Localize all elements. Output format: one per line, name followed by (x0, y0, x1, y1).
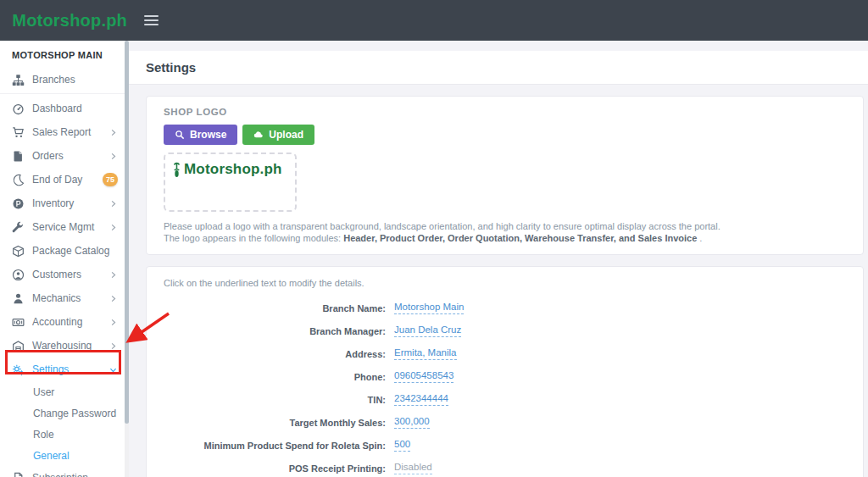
page-title-bar: Settings (129, 51, 868, 85)
editable-value-pos-receipt-printing[interactable]: Disabled (394, 462, 432, 474)
detail-row-minimum-product-spend-for-roleta-spin: Minimum Product Spend for Roleta Spin:50… (164, 434, 846, 457)
detail-row-branch-name: Branch Name:Motorshop Main (164, 297, 846, 319)
product-icon (12, 197, 25, 210)
field-label: TIN: (164, 395, 386, 405)
detail-row-pos-receipt-printing: POS Receipt Printing:Disabled (164, 457, 846, 477)
detail-row-target-monthly-sales: Target Monthly Sales:300,000 (164, 411, 846, 434)
upload-button-label: Upload (269, 129, 303, 141)
editable-value-branch-manager[interactable]: Juan Dela Cruz (394, 324, 461, 337)
sidebar-item-label: Orders (32, 150, 108, 162)
sidebar-item-label: Dashboard (32, 103, 118, 114)
sidebar-item-label: Mechanics (32, 292, 108, 304)
logo-upload-note: Please upload a logo with a transparent … (164, 220, 846, 244)
sidebar-item-user[interactable]: User (0, 381, 126, 402)
chevron-right-icon (108, 128, 118, 137)
file-icon (12, 472, 25, 477)
browse-button-label: Browse (190, 129, 226, 141)
chevron-right-icon (108, 318, 118, 327)
sidebar-item-change-password[interactable]: Change Password (0, 402, 126, 424)
detail-row-tin: TIN:2342344444 (164, 388, 846, 411)
moon-icon (12, 174, 25, 186)
scrollbar-thumb[interactable] (125, 41, 129, 424)
chevron-right-icon (108, 199, 118, 208)
sidebar-divider (0, 93, 126, 94)
edit-hint-text: Click on the underlined text to modify t… (164, 278, 846, 288)
sidebar-item-end-of-day[interactable]: End of Day75 (0, 168, 126, 191)
logo-note-line1: Please upload a logo with a transparent … (164, 220, 846, 232)
field-label: Minimum Product Spend for Roleta Spin: (164, 441, 386, 451)
sidebar-item-label: Settings (32, 363, 108, 375)
editable-value-phone[interactable]: 09605458543 (394, 370, 453, 383)
sidebar-item-dashboard[interactable]: Dashboard (0, 97, 126, 120)
sidebar-item-label: Service Mgmt (32, 221, 108, 233)
editable-value-address[interactable]: Ermita, Manila (394, 347, 457, 360)
warehouse-icon (12, 340, 25, 352)
sidebar-item-warehousing[interactable]: Warehousing (0, 334, 126, 358)
detail-row-branch-manager: Branch Manager:Juan Dela Cruz (164, 319, 846, 342)
sidebar-item-label: Inventory (32, 197, 108, 209)
cart-icon (12, 126, 25, 139)
brand-logo[interactable]: Motorshop.ph (0, 11, 127, 31)
shop-logo-preview: Motorshop.ph (164, 153, 297, 212)
upload-button[interactable]: Upload (242, 125, 314, 145)
sidebar-scrollbar[interactable] (125, 41, 129, 477)
sidebar-item-subscription[interactable]: Subscription (0, 466, 126, 477)
field-label: Target Monthly Sales: (164, 418, 386, 428)
customer-icon (12, 269, 25, 281)
shop-logo-card: SHOP LOGO Browse Upload Motorshop.ph Ple… (146, 96, 864, 255)
editable-value-target-monthly-sales[interactable]: 300,000 (394, 416, 430, 429)
field-label: Branch Manager: (164, 326, 386, 336)
sidebar-nav: BranchesDashboardSales ReportOrdersEnd o… (0, 68, 126, 477)
end-of-day-badge: 75 (103, 173, 118, 186)
sidebar-item-label: Subscription (32, 472, 118, 477)
sidebar-item-role[interactable]: Role (0, 424, 126, 445)
detail-row-address: Address:Ermita, Manila (164, 342, 846, 365)
sidebar: MOTORSHOP MAIN BranchesDashboardSales Re… (0, 41, 127, 477)
wrench-icon (12, 221, 25, 234)
sidebar-item-customers[interactable]: Customers (0, 263, 126, 286)
sidebar-item-general[interactable]: General (0, 445, 126, 466)
field-label: POS Receipt Printing: (164, 463, 386, 474)
sidebar-item-package-catalog[interactable]: Package Catalog (0, 239, 126, 263)
sidebar-item-orders[interactable]: Orders (0, 144, 126, 168)
gears-icon (12, 363, 25, 376)
sidebar-item-label: Role (33, 429, 118, 441)
branch-details-form: Branch Name:Motorshop MainBranch Manager… (164, 297, 846, 477)
chevron-down-icon (108, 365, 118, 374)
branch-details-card: Click on the underlined text to modify t… (146, 266, 864, 477)
orders-icon (12, 150, 25, 163)
dashboard-icon (12, 103, 25, 115)
sidebar-section-title: MOTORSHOP MAIN (0, 41, 126, 68)
chevron-right-icon (108, 152, 118, 161)
sitemap-icon (12, 74, 25, 86)
detail-row-phone: Phone:09605458543 (164, 365, 846, 388)
editable-value-tin[interactable]: 2342344444 (394, 393, 448, 406)
sidebar-item-label: User (33, 386, 118, 398)
sidebar-item-inventory[interactable]: Inventory (0, 191, 126, 215)
top-header: Motorshop.ph (0, 0, 868, 41)
editable-value-branch-name[interactable]: Motorshop Main (394, 302, 464, 314)
chevron-right-icon (108, 341, 118, 351)
money-icon (12, 316, 25, 329)
field-label: Phone: (164, 372, 386, 382)
chevron-right-icon (108, 223, 118, 232)
hamburger-icon[interactable] (139, 8, 164, 33)
sidebar-item-branches[interactable]: Branches (0, 68, 126, 92)
browse-button[interactable]: Browse (164, 125, 237, 145)
mechanic-icon (12, 292, 25, 305)
main-content: Settings SHOP LOGO Browse Upload Motorsh… (129, 41, 868, 477)
editable-value-minimum-product-spend-for-roleta-spin[interactable]: 500 (394, 439, 410, 452)
sidebar-item-service-mgmt[interactable]: Service Mgmt (0, 215, 126, 239)
logo-note-line2: The logo appears in the following module… (164, 232, 846, 244)
sidebar-item-label: End of Day (32, 174, 103, 186)
sidebar-item-label: Accounting (32, 316, 108, 328)
package-icon (12, 245, 25, 258)
sidebar-item-accounting[interactable]: Accounting (0, 310, 126, 334)
motorcycle-icon (171, 160, 182, 179)
sidebar-item-sales-report[interactable]: Sales Report (0, 120, 126, 144)
sidebar-item-label: General (33, 450, 118, 462)
sidebar-item-mechanics[interactable]: Mechanics (0, 286, 126, 310)
page-title: Settings (146, 60, 196, 75)
sidebar-item-label: Branches (32, 74, 118, 86)
sidebar-item-settings[interactable]: Settings (0, 358, 126, 381)
